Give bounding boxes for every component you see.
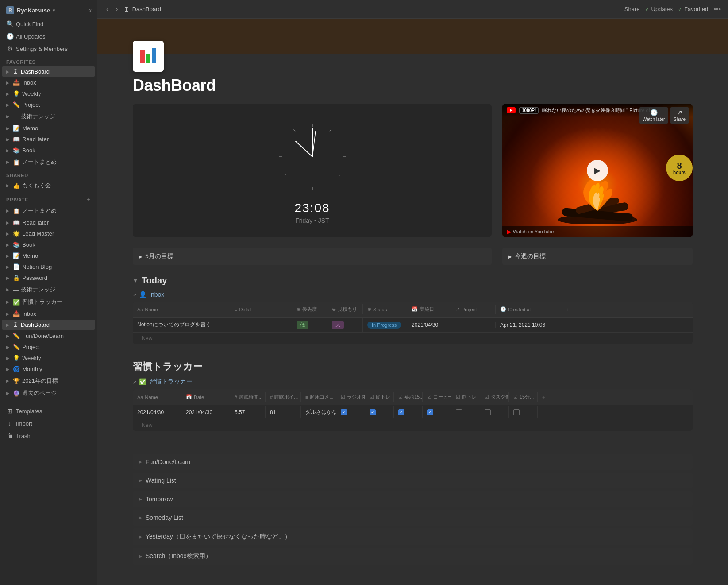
today-label: Today [142, 275, 167, 286]
sidebar-item-memo-private[interactable]: ▶ 📝 Memo [2, 251, 95, 261]
table-row[interactable]: Notionについてのブログを書く 低 大 In Progress 2021/0… [133, 318, 693, 333]
section-item-someday-list[interactable]: ▶ Someday List [133, 510, 693, 526]
more-options-icon[interactable]: ••• [713, 5, 721, 13]
section-item-fun-done[interactable]: ▶ Fun/Done/Learn [133, 454, 693, 470]
sidebar-item-note-private[interactable]: ▶ 📋 ノートまとめ [2, 205, 95, 217]
section-item-search[interactable]: ▶ Search（Inbox検索用） [133, 548, 693, 565]
checkbox-radio[interactable]: ✓ [341, 409, 347, 415]
col-icon-project: ↗ [456, 306, 460, 312]
checkbox-muscle[interactable]: ✓ [370, 409, 376, 415]
workspace-name[interactable]: R RyoKatsuse ▾ [4, 4, 58, 16]
week-goals-toggle[interactable]: ▶ 今週の目標 [502, 248, 693, 265]
habit-tracker-icon: ✅ [13, 299, 20, 306]
sidebar-item-weekly-fav[interactable]: ▶ 💡 Weekly [2, 89, 95, 99]
habit-tracker-heading: 習慣トラッカー [133, 360, 693, 373]
updates-button[interactable]: ✓ Updates [645, 6, 673, 12]
templates-icon: ⊞ [6, 407, 13, 415]
sidebar-item-import[interactable]: ↓ Import [2, 418, 95, 429]
sidebar-item-goals-2021[interactable]: ▶ 🏆 2021年の目標 [2, 375, 95, 387]
sidebar-item-all-updates[interactable]: 🕐 All Updates [2, 31, 95, 42]
sidebar-item-habit-tracker[interactable]: ▶ ✅ 習慣トラッカー [2, 296, 95, 308]
sidebar-item-dashboard-private[interactable]: ▶ 🗓 DashBoard [2, 320, 95, 330]
cell-mitori: 大 [327, 318, 363, 332]
sidebar-item-inbox-fav[interactable]: ▶ 📥 Inbox [2, 77, 95, 88]
checkbox-muscle2[interactable] [456, 409, 462, 415]
sidebar-item-lead-master[interactable]: ▶ 🌟 Lead Master [2, 229, 95, 239]
section-item-tomorrow[interactable]: ▶ Tomorrow [133, 491, 693, 507]
sidebar-item-templates[interactable]: ⊞ Templates [2, 405, 95, 417]
content-area: DashBoard [97, 19, 728, 585]
col-header-add[interactable]: + [562, 305, 575, 314]
page-icon-large[interactable] [133, 41, 164, 72]
sidebar-item-tech-private[interactable]: ▶ — 技術ナレッジ [2, 284, 95, 295]
watch-later-button[interactable]: 🕐 Watch later [639, 107, 668, 124]
share-video-button[interactable]: ↗ Share [670, 107, 689, 124]
add-private-icon[interactable]: + [87, 196, 91, 203]
inbox-new-row-button[interactable]: + New [133, 333, 693, 344]
table-row[interactable]: 2021/04/30 2021/04/30 5.57 81 ダルさはかなり ✓ … [133, 405, 693, 419]
svg-line-14 [285, 174, 287, 176]
note-private-icon: 📋 [13, 208, 20, 214]
checkbox-coffee[interactable]: ✓ [427, 409, 433, 415]
video-widget[interactable]: ▶ 1080P! 眠れない夜のための焚き火映像８時間 " Picture of … [502, 104, 693, 237]
sidebar-item-dashboard-fav[interactable]: ▶ 🗓 DashBoard [2, 66, 95, 77]
sidebar-item-label: DashBoard [21, 322, 91, 328]
sidebar-item-password[interactable]: ▶ 🔒 Password [2, 273, 95, 283]
sidebar-toggle-icon[interactable]: « [86, 5, 93, 15]
checkbox-task[interactable] [485, 409, 491, 415]
project-private-icon: ✏️ [13, 344, 20, 350]
habit-col-add[interactable]: + [538, 393, 551, 402]
habit-new-row-button[interactable]: + New [133, 419, 693, 431]
sidebar-item-quick-find[interactable]: 🔍 Quick Find [2, 18, 95, 30]
clock-day: Friday [295, 217, 312, 224]
sidebar-item-note-fav[interactable]: ▶ 📋 ノートまとめ [2, 156, 95, 168]
sidebar-item-project-fav[interactable]: ▶ ✏️ Project [2, 100, 95, 110]
today-collapse-icon[interactable]: ▼ [133, 278, 138, 284]
forward-button[interactable]: › [114, 4, 119, 15]
cell-project [451, 322, 496, 328]
sidebar-item-book-fav[interactable]: ▶ 📚 Book [2, 145, 95, 155]
sidebar-item-read-later-fav[interactable]: ▶ 📖 Read later [2, 134, 95, 144]
section-item-wating-list[interactable]: ▶ Wating List [133, 473, 693, 488]
habit-tracker-link[interactable]: ↗ ✅ 習慣トラッカー [133, 378, 693, 386]
sidebar-item-tech-fav[interactable]: ▶ — 技術ナレッジ [2, 111, 95, 122]
may-goals-toggle[interactable]: ▶ 5月の目標 [133, 248, 492, 265]
sidebar-item-fun-done[interactable]: ▶ ✏️ Fun/Done/Learn [2, 331, 95, 341]
sidebar-item-settings[interactable]: ⚙ Settings & Members [2, 43, 95, 54]
checkbox-english[interactable]: ✓ [398, 409, 404, 415]
sidebar-item-memo-fav[interactable]: ▶ 📝 Memo [2, 123, 95, 133]
play-button[interactable]: ▶ [587, 160, 608, 181]
favorited-button[interactable]: ✓ Favorited [678, 6, 708, 12]
sidebar-item-read-later-private[interactable]: ▶ 📖 Read later [2, 217, 95, 228]
sidebar-item-book-private[interactable]: ▶ 📚 Book [2, 240, 95, 250]
search-icon: 🔍 [6, 20, 13, 27]
sidebar-item-trash[interactable]: 🗑 Trash [2, 430, 95, 442]
sidebar-item-notion-blog[interactable]: ▶ 📄 Notion Blog [2, 262, 95, 272]
sidebar-item-label: Password [22, 275, 91, 281]
col-icon-priority: ⊕ [297, 306, 300, 312]
book-fav-icon: 📚 [13, 147, 20, 154]
habit-cell-task [480, 406, 509, 418]
back-button[interactable]: ‹ [104, 4, 110, 15]
sidebar-item-inbox-private[interactable]: ▶ 📥 Inbox [2, 309, 95, 319]
inbox-link[interactable]: ↗ 👤 Inbox [133, 291, 693, 298]
sidebar-item-weekly-private[interactable]: ▶ 💡 Weekly [2, 353, 95, 363]
search-arrow-icon: ▶ [139, 554, 142, 558]
svg-line-11 [330, 129, 331, 132]
bar1 [140, 50, 145, 63]
cell-date: 2021/04/30 [407, 319, 451, 331]
sidebar-item-mokumoku[interactable]: ▶ 👍 もくもく会 [2, 180, 95, 191]
sidebar-item-project-private[interactable]: ▶ ✏️ Project [2, 342, 95, 352]
checkbox-fifteen[interactable] [513, 409, 520, 415]
sidebar-item-monthly[interactable]: ▶ 🌀 Monthly [2, 364, 95, 374]
content-body: 23:08 Friday • JST [97, 104, 728, 585]
wating-list-label: Wating List [146, 477, 176, 484]
section-item-yesterday[interactable]: ▶ Yesterday（日をまたいで探せなくなった時など。） [133, 528, 693, 545]
book-private-icon: 📚 [13, 241, 20, 248]
dashboard-fav-icon: 🗓 [13, 68, 19, 75]
sidebar-item-past-pages[interactable]: ▶ 🔮 過去のページ [2, 387, 95, 399]
share-button[interactable]: Share [624, 6, 640, 12]
goals-2021-icon: 🏆 [13, 378, 20, 384]
share-video-icon: ↗ [677, 109, 682, 116]
page-breadcrumb-icon: 🗓 [123, 6, 130, 13]
